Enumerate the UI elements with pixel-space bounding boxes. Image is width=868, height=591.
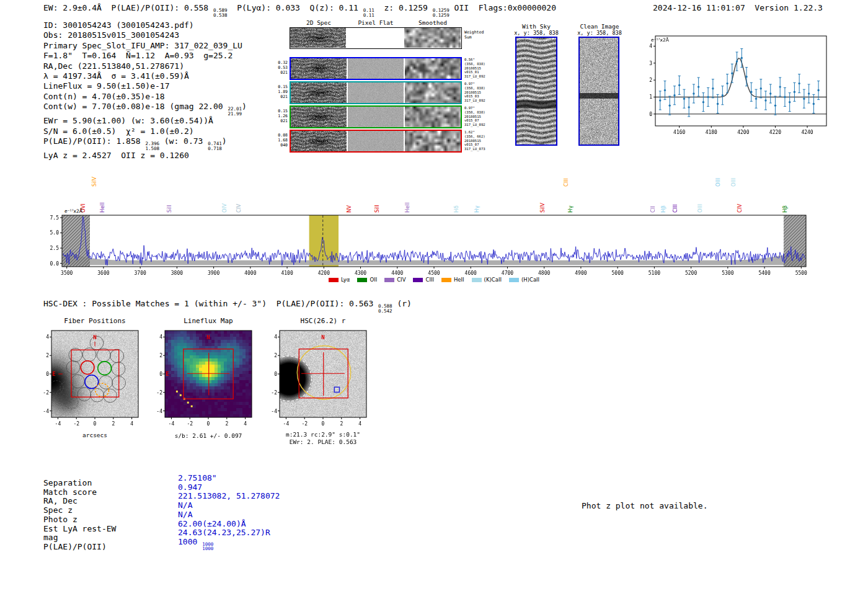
info-line: LineFlux = 9.50(±1.50)e-17 [43,81,247,91]
match-label: RA, Dec [43,497,116,506]
clean-frame [578,37,619,146]
info-text: ID: 3001054243 (3001054243.pdf) [43,20,194,30]
fiber-annotation-line: 0.56" [464,58,494,62]
legend-label: CIII [425,277,433,283]
fiber-weight-label: 021 [273,70,288,75]
stacked-fraction: 2.3961.508 [145,141,159,151]
spectrum-line-label: Hβ [661,205,666,213]
hsc-dex-suffix: (r) [392,299,412,308]
spectrum-line-label: SiII [167,205,172,213]
match-value-text: 221.513082, 51.278072 [178,491,280,500]
match-value: 0.947 [178,483,280,492]
fiber-weight-label: 1.68 [273,138,288,143]
match-value-text: 62.00(±24.00)Å [178,519,246,528]
fraction-bottom: 0.542 [378,309,392,314]
weighted-sum-label: WeightedSum [464,30,484,40]
lineflux-sb-label: s/b: 2.61 +/- 0.097 [156,432,261,439]
fiber-weight-label: 1.89 [273,89,288,94]
hsc-cutout-title: HSC(26.2) r [270,317,376,325]
match-labels: SeparationMatch scoreRA, DecSpec zPhoto … [43,479,116,552]
lineflux-map-cutout [146,327,261,430]
fraction-bottom: 0.1259 [433,13,450,18]
fiber-annotation-line: 20180515 [464,115,494,119]
spectrum-line-label: OIII [715,178,721,187]
legend-swatch [329,278,339,282]
legend-label: CIV [397,277,405,283]
spectrum-line-label: CIV [737,204,743,213]
clean-coords: x, y: 358, 838 [569,30,631,36]
spectrum-line-label: CIII [564,179,569,187]
withsky-frame [515,37,557,146]
info-text: RA,Dec (221.513840,51.278671) [43,61,184,71]
info-text: λ = 4197.34Å σ = 3.41(±0.59)Å [43,71,189,81]
fiber-annotation-line: v015_07 [464,143,494,147]
summary-header: EW: 2.9±0.4Å P(LAE)/P(OII): 0.558 0.5890… [43,3,556,17]
photz-note: Phot z plot not available. [582,501,708,510]
legend-swatch [441,278,451,282]
info-line: F=1.8" T=0.164 N̄=1.12 A=0.93 g=25.2 [43,51,247,61]
spec2d-row-left-labels: 0.081.68040 [273,133,288,148]
fraction-bottom: 1000 [202,546,213,551]
match-value: 1000 10001000 [178,538,280,551]
spectrum-line-label: SiIV [92,177,97,187]
info-line: S/N = 6.0(±0.5) χ² = 1.0(±0.2) [43,127,247,136]
fiber-weight-label: 0.53 [273,65,288,70]
spectrum-line-label: HeII [405,202,410,213]
info-line: λ = 4197.34Å σ = 3.41(±0.59)Å [43,71,247,81]
match-value-text: 2.75108" [178,473,217,482]
match-value-text: 24.63(24.23,25.27)R [178,528,270,537]
legend-swatch [357,278,367,282]
legend-item: OII [357,277,377,283]
spectrum-line-label: Hβ [782,205,788,213]
fraction-bottom: 0.11 [363,13,374,18]
legend-swatch [509,278,519,282]
spectrum-line-label: Hγ [568,206,574,213]
ew-text: EW: 2.9±0.4Å [43,3,112,12]
legend-item: (H)CaII [509,277,539,283]
match-value: N/A [178,501,280,510]
info-line: EWr = 5.90(±1.00) (w: 3.60(±0.54))Å [43,116,247,126]
fiber-annotation-line: v015_03 [464,94,494,99]
match-value-text: 0.947 [178,482,202,492]
stacked-fraction: 10001000 [202,542,213,551]
legend-item: CIII [413,277,433,283]
line-fit-plot [639,31,831,140]
legend-label: OII [370,277,377,283]
match-value: 2.75108" [178,474,280,483]
info-text: ) [242,102,247,111]
fraction-bottom: 0.718 [208,146,222,151]
fiber-xlabel: arcsecs [42,432,148,438]
fiber-annotation-line: 317_LU_073 [464,147,494,151]
spec2d-row-left-labels: 0.320.53021 [273,60,288,75]
spec2d-row-annotations: 1.62"(356, 662)20180515v015_07317_LU_073 [464,130,494,151]
legend-swatch [472,278,482,282]
spec2d-row-annotations: 0.97"(358, 838)20180515v015_07317_LU_092 [464,106,494,127]
plae-text: P(LAE)/P(OII): 0.558 [112,3,213,12]
info-block: ID: 3001054243 (3001054243.pdf)Obs: 2018… [43,20,247,161]
legend-label: (K)CaII [484,277,502,283]
match-label: Spec z [43,506,116,515]
info-line: Cont(w) = 7.70(±0.08)e-18 (gmag 22.00 22… [43,102,247,116]
zoom-flux-units-label: e⁻¹⁷x2Å [651,37,669,43]
spectrum-line-label: OIV [222,203,228,213]
qz-fraction: 0.110.11 [363,8,374,17]
legend-item: Lyα [329,277,350,283]
weighted-label-line: Sum [464,35,484,40]
clean-title: Clean Image [569,23,631,30]
info-line: Obs: 20180515v015_3001054243 [43,30,247,40]
info-line: P(LAE)/P(OII): 1.858 2.3961.508 (w: 0.73… [43,136,247,151]
fiber-weight-label: 0.15 [273,84,288,89]
match-label: Photo z [43,515,116,525]
spec2d-row-frame [290,57,462,80]
match-value-text: N/A [178,500,192,510]
withsky-image [516,38,556,144]
fiber-annotation-line: (356, 662) [464,135,494,139]
plae-fraction: 0.5890.538 [213,8,228,17]
match-values: 2.75108"0.947221.513082, 51.278072N/AN/A… [178,474,280,551]
legend-item: HeII [441,277,464,283]
info-text: Primary Spec_Slot_IFU_AMP: 317_022_039_L… [43,41,242,50]
spectrum-line-labels: OVISiIVHeIISiIIOIVCIVNVSiIIHeIIHδHγSiIVC… [0,159,868,214]
spec2d-row-image [291,107,461,127]
weighted-sum-image [290,28,461,48]
fiber-annotation-line: 317_LU_092 [464,123,494,127]
